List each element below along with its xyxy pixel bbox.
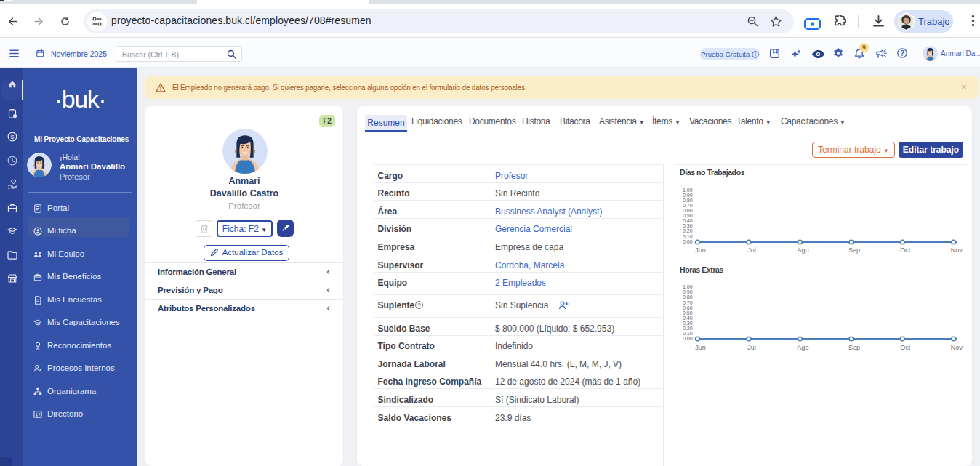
svg-text:$: $ xyxy=(11,134,15,140)
